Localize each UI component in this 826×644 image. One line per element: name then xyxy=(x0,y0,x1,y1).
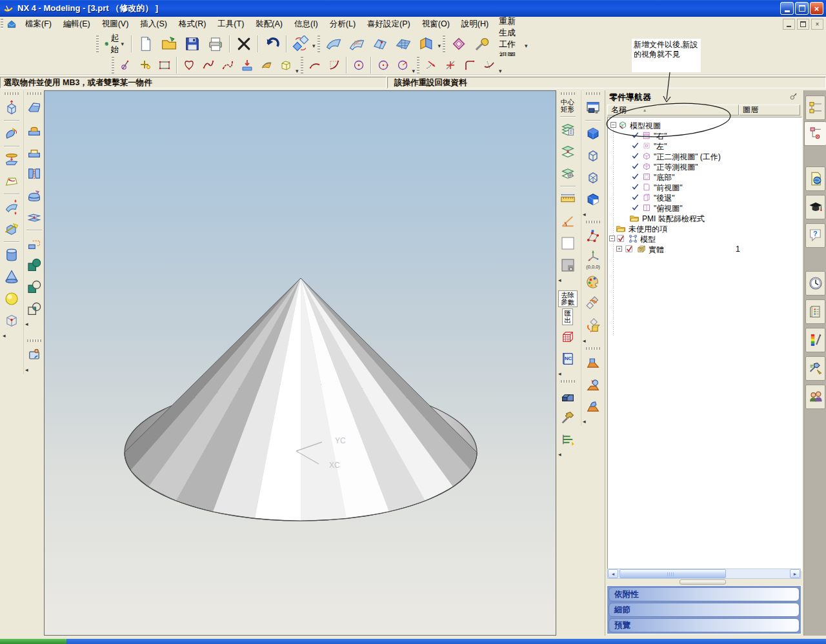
scroll-right-arrow[interactable]: ► xyxy=(790,569,800,578)
toolbar-collapse-arrow[interactable]: ◂ xyxy=(25,321,28,327)
fixture-plan-button[interactable] xyxy=(558,429,578,450)
arc-3point-button[interactable] xyxy=(325,57,343,74)
tree-row-3[interactable]: "左" xyxy=(608,141,801,151)
blank-display-button[interactable] xyxy=(558,233,578,254)
check-mark[interactable] xyxy=(631,152,640,160)
check-mark[interactable] xyxy=(631,131,640,139)
panel-splitter-handle[interactable] xyxy=(680,579,726,585)
sheet-edit-button[interactable] xyxy=(369,33,391,55)
name-column-header[interactable]: 名稱▴ xyxy=(607,105,739,116)
tree-row-9[interactable]: "俯視圖" xyxy=(608,203,801,213)
toolbar-grip[interactable] xyxy=(443,35,445,52)
extrude-button[interactable] xyxy=(2,97,21,118)
collapse-toggle[interactable]: − xyxy=(609,236,615,241)
toolbar-collapse-arrow[interactable]: ◂ xyxy=(558,370,561,377)
dropdown-caret[interactable]: ▾ xyxy=(412,61,416,74)
palettes-tab[interactable] xyxy=(805,299,825,324)
cone-button[interactable] xyxy=(2,267,21,287)
menu-item-7[interactable]: 裝配(A) xyxy=(250,17,288,32)
layer-column-header[interactable]: 圖層 xyxy=(739,105,800,116)
circle-center-button[interactable] xyxy=(350,57,368,74)
menu-item-10[interactable]: 喜好設定(P) xyxy=(361,17,416,32)
arc-tool-button[interactable] xyxy=(306,57,324,74)
toolbar-grip[interactable] xyxy=(27,339,41,342)
toolbar-grip[interactable] xyxy=(561,380,575,383)
tree-row-7[interactable]: "前視圖" xyxy=(608,182,801,192)
dropdown-caret[interactable]: ▾ xyxy=(296,61,299,74)
delete-button[interactable] xyxy=(233,33,255,55)
visualization-tab[interactable] xyxy=(805,356,825,381)
menu-item-5[interactable]: 格式(R) xyxy=(173,17,212,32)
menu-item-6[interactable]: 工具(T) xyxy=(212,17,250,32)
toolbar-collapse-arrow[interactable]: ◂ xyxy=(3,332,6,339)
sheet-bend-button[interactable] xyxy=(416,33,438,55)
print-button[interactable] xyxy=(205,33,227,55)
measure-distance-button[interactable] xyxy=(558,189,578,210)
toolbar-collapse-arrow[interactable]: ◂ xyxy=(583,418,586,425)
tutorials-tab[interactable] xyxy=(805,195,825,219)
check-mark[interactable] xyxy=(631,193,640,201)
dropdown-caret[interactable]: ▾ xyxy=(525,31,528,49)
thicken-sheet-button[interactable] xyxy=(2,197,21,217)
mirror-body-button[interactable] xyxy=(25,163,44,184)
quick-trim-button[interactable] xyxy=(480,57,498,74)
subtract-button[interactable] xyxy=(25,277,44,297)
trim-body-button[interactable] xyxy=(2,219,21,239)
layer-category-button[interactable] xyxy=(558,163,578,184)
horizontal-scrollbar[interactable]: ◄ ► xyxy=(607,569,801,579)
ruled-sheet-button[interactable] xyxy=(2,171,21,192)
toolbar-collapse-arrow[interactable]: ◂ xyxy=(583,211,586,217)
fillet-curve-button[interactable] xyxy=(461,57,479,74)
open-file-button[interactable] xyxy=(158,33,180,55)
tree-row-11[interactable]: 未使用的項 xyxy=(608,223,801,234)
profile-tool-button[interactable] xyxy=(117,57,135,74)
build-tool-button[interactable] xyxy=(558,407,578,428)
check-mark[interactable] xyxy=(631,172,640,181)
red-checkbox[interactable] xyxy=(625,245,634,254)
cone-solid[interactable] xyxy=(125,278,477,521)
menu-item-1[interactable]: 檔案(F) xyxy=(19,17,57,32)
measure-angle-button[interactable] xyxy=(558,211,578,232)
flatten-sheet-button[interactable] xyxy=(2,149,21,170)
panel-bar-1[interactable]: 依附性 xyxy=(609,587,800,601)
child-minimize-button[interactable] xyxy=(783,19,795,30)
section-view-button[interactable] xyxy=(583,189,603,210)
wireframe-view-button[interactable] xyxy=(583,145,603,166)
mold-core-button[interactable] xyxy=(583,374,603,395)
menu-item-12[interactable]: 說明(H) xyxy=(456,17,494,32)
menu-item-8[interactable]: 信息(I) xyxy=(288,17,324,32)
boss-button[interactable] xyxy=(25,119,44,140)
check-mark[interactable] xyxy=(631,141,640,150)
help-tab[interactable]: ? xyxy=(805,223,825,248)
machining-button[interactable] xyxy=(558,385,578,406)
bounding-box-button[interactable] xyxy=(277,57,295,74)
history-tab[interactable] xyxy=(805,271,825,296)
move-to-layer-button[interactable] xyxy=(558,141,578,162)
roles-tab[interactable] xyxy=(805,385,825,409)
tree-item-label[interactable]: 實體 xyxy=(649,245,664,256)
expand-toggle[interactable]: + xyxy=(616,246,622,252)
sheet-drop-button[interactable] xyxy=(238,57,256,74)
extend-curve-button[interactable] xyxy=(441,57,459,74)
circle-3point-button[interactable] xyxy=(394,57,412,74)
regenerate-work-view-button[interactable]: 重新生成工作視圖(G) xyxy=(494,33,524,55)
toolbar-grip[interactable] xyxy=(317,35,320,52)
materials-tab[interactable] xyxy=(805,328,825,352)
datum-csys-button[interactable] xyxy=(2,310,21,331)
scroll-thumb[interactable] xyxy=(620,569,726,578)
remove-parameters-button[interactable]: 去除參數 xyxy=(558,290,578,307)
center-rectangle-button[interactable]: 中心矩形 xyxy=(558,97,578,114)
fit-spline-button[interactable] xyxy=(219,57,237,74)
intersect-button[interactable] xyxy=(25,299,44,319)
tree-row-5[interactable]: "正等測視圖" xyxy=(608,161,801,172)
red-checkbox[interactable] xyxy=(616,234,625,243)
check-mark[interactable] xyxy=(631,162,640,170)
circle-2point-button[interactable] xyxy=(374,57,392,74)
surface-patch-button[interactable] xyxy=(257,57,276,74)
dropdown-caret[interactable]: ▾ xyxy=(312,31,316,49)
menu-item-11[interactable]: 視窗(O) xyxy=(416,17,456,32)
repair-tool-button[interactable] xyxy=(471,33,493,55)
minimize-button[interactable] xyxy=(780,2,794,15)
dropdown-caret[interactable]: ▾ xyxy=(499,61,502,74)
role-button[interactable] xyxy=(25,345,44,365)
